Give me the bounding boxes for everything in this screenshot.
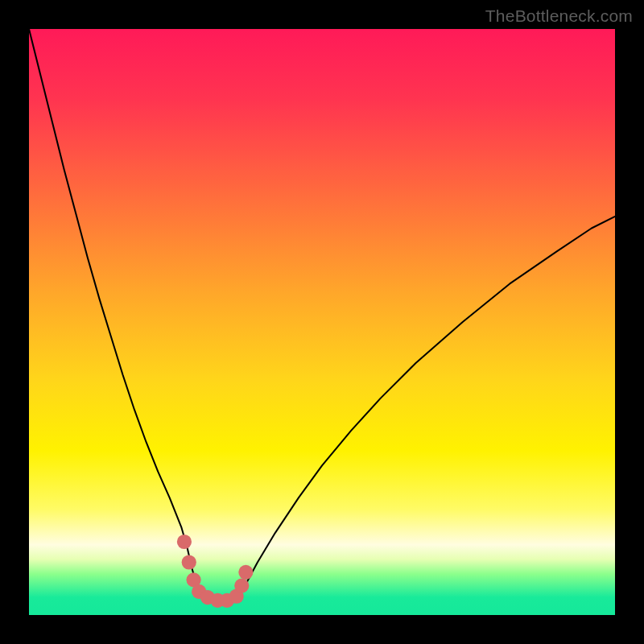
- bottleneck-curve: [29, 29, 615, 615]
- outer-frame: TheBottleneck.com: [0, 0, 644, 644]
- attribution-text: TheBottleneck.com: [485, 6, 633, 26]
- curve-marker: [182, 555, 196, 569]
- plot-area: [29, 29, 615, 615]
- curve-marker: [177, 535, 192, 549]
- curve-marker: [234, 579, 249, 593]
- curve-marker: [238, 565, 253, 580]
- highlighted-points: [177, 535, 254, 608]
